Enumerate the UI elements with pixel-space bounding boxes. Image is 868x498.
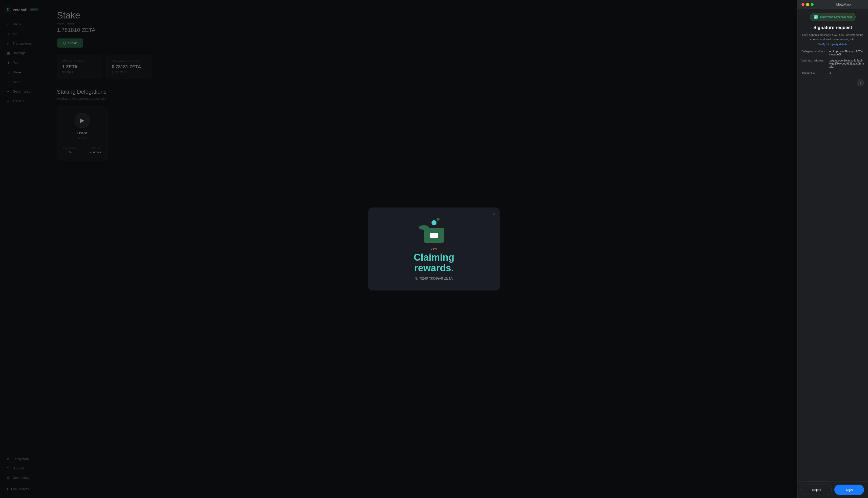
metamask-reject-button[interactable]: Reject (801, 485, 832, 495)
traffic-light-green[interactable] (811, 3, 814, 6)
modal-illustration (419, 218, 449, 243)
modal-title-line1: Claiming (414, 252, 454, 263)
modal-wallet-card (430, 233, 438, 238)
metamask-delegator-row: Delegator_address: etpfmpmwm29rvdqqh807w… (801, 50, 864, 56)
metamask-site-badge: Z https://hub.zetachain.com (810, 13, 856, 21)
metamask-site-url: https://hub.zetachain.com (820, 15, 852, 18)
metamask-body: Z https://hub.zetachain.com Signature re… (798, 9, 868, 481)
traffic-light-yellow[interactable] (806, 3, 809, 6)
metamask-sign-button[interactable]: Sign (834, 485, 864, 495)
modal-circle-sm (431, 220, 437, 225)
metamask-delegator-label: Delegator_address: (801, 50, 829, 56)
metamask-title: MetaMask (824, 2, 864, 6)
modal-title: Claiming rewards. (414, 252, 454, 274)
metamask-verify-link[interactable]: Verify third-party details (801, 43, 864, 46)
metamask-sequence-label: Sequence: (801, 71, 829, 74)
modal-circle-xs (437, 218, 440, 221)
metamask-validator-row: Validator_address: zetavaloper1txfmxp4d9… (801, 59, 864, 68)
metamask-popup: MetaMask Z https://hub.zetachain.com Sig… (797, 0, 868, 498)
modal-close-button[interactable]: × (493, 212, 496, 217)
metamask-site-icon: Z (814, 15, 818, 19)
metamask-sig-title: Signature request (801, 25, 864, 30)
metamask-header: MetaMask (798, 0, 868, 9)
metamask-sequence-row: Sequence: 3 (801, 71, 864, 74)
metamask-scroll-down-button[interactable]: ↓ (857, 79, 864, 86)
metamask-sig-warning: Only sign this message if you fully unde… (801, 33, 864, 41)
traffic-lights (801, 3, 814, 6)
claiming-rewards-modal: × YAY! Claiming rewards. 9.7924973359e-8… (368, 208, 500, 291)
metamask-scroll-indicator: ↓ (801, 77, 864, 88)
modal-title-line2: rewards. (414, 263, 454, 273)
traffic-light-red[interactable] (801, 3, 804, 6)
metamask-delegator-value: etpfmpmwm29rvdqqh807wckwade8l (829, 50, 864, 56)
modal-amount: 9.7924973359e-8 ZETA (415, 276, 453, 280)
metamask-validator-value: zetavaloper1txfmxp4d9dc9wqa2f7wvqed9635z… (829, 59, 864, 68)
metamask-validator-label: Validator_address: (801, 59, 829, 68)
metamask-buttons: Reject Sign (798, 481, 868, 498)
modal-overlay: × YAY! Claiming rewards. 9.7924973359e-8… (0, 0, 868, 498)
metamask-sequence-value: 3 (829, 71, 864, 74)
modal-yay-text: YAY! (431, 248, 437, 251)
modal-wallet-main (424, 228, 444, 243)
